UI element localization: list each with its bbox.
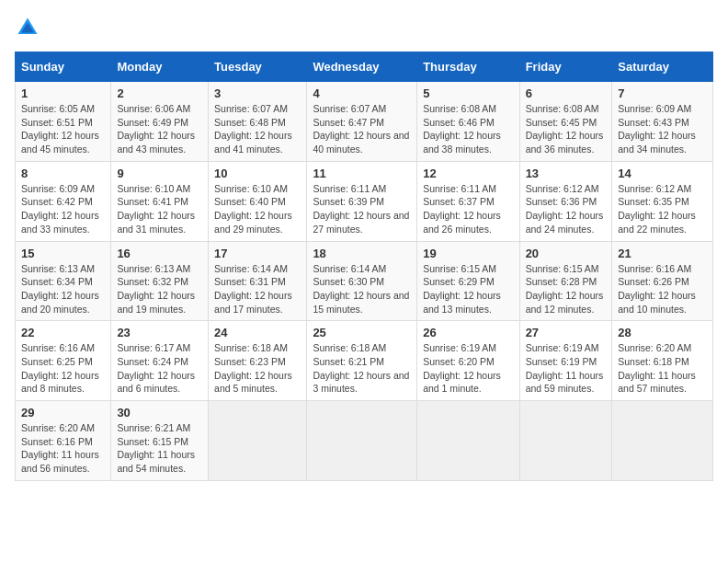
day-number: 20 [526, 247, 607, 260]
week-row: 15Sunrise: 6:13 AMSunset: 6:34 PMDayligh… [16, 241, 713, 321]
calendar-cell [417, 401, 519, 481]
calendar-cell: 4Sunrise: 6:07 AMSunset: 6:47 PMDaylight… [307, 82, 417, 162]
header-sunday: Sunday [16, 52, 111, 82]
day-number: 13 [526, 167, 607, 180]
day-number: 2 [117, 86, 202, 100]
day-info: Sunrise: 6:19 AMSunset: 6:20 PMDaylight:… [423, 341, 513, 396]
day-info: Sunrise: 6:15 AMSunset: 6:29 PMDaylight:… [423, 262, 513, 316]
day-number: 23 [117, 326, 202, 339]
calendar-cell: 9Sunrise: 6:10 AMSunset: 6:41 PMDaylight… [111, 161, 209, 241]
day-info: Sunrise: 6:10 AMSunset: 6:40 PMDaylight:… [214, 182, 301, 236]
day-info: Sunrise: 6:18 AMSunset: 6:23 PMDaylight:… [214, 341, 301, 396]
calendar-cell: 29Sunrise: 6:20 AMSunset: 6:16 PMDayligh… [16, 401, 111, 481]
calendar-cell [307, 401, 417, 481]
calendar-header-row: SundayMondayTuesdayWednesdayThursdayFrid… [16, 52, 713, 82]
calendar-cell: 22Sunrise: 6:16 AMSunset: 6:25 PMDayligh… [16, 321, 111, 401]
logo [15, 15, 44, 40]
day-number: 25 [313, 326, 411, 339]
calendar-cell: 2Sunrise: 6:06 AMSunset: 6:49 PMDaylight… [111, 82, 209, 162]
day-info: Sunrise: 6:21 AMSunset: 6:15 PMDaylight:… [117, 421, 202, 476]
calendar-cell: 13Sunrise: 6:12 AMSunset: 6:36 PMDayligh… [519, 161, 612, 241]
day-number: 7 [618, 86, 707, 100]
calendar-cell [209, 401, 307, 481]
day-info: Sunrise: 6:12 AMSunset: 6:36 PMDaylight:… [526, 182, 607, 236]
day-info: Sunrise: 6:17 AMSunset: 6:24 PMDaylight:… [117, 341, 202, 396]
day-number: 12 [423, 167, 513, 180]
calendar-cell: 11Sunrise: 6:11 AMSunset: 6:39 PMDayligh… [307, 161, 417, 241]
day-info: Sunrise: 6:05 AMSunset: 6:51 PMDaylight:… [21, 102, 105, 156]
calendar-cell: 19Sunrise: 6:15 AMSunset: 6:29 PMDayligh… [417, 241, 519, 321]
calendar-cell: 23Sunrise: 6:17 AMSunset: 6:24 PMDayligh… [111, 321, 209, 401]
calendar-cell: 27Sunrise: 6:19 AMSunset: 6:19 PMDayligh… [519, 321, 612, 401]
calendar-cell: 25Sunrise: 6:18 AMSunset: 6:21 PMDayligh… [307, 321, 417, 401]
day-info: Sunrise: 6:20 AMSunset: 6:18 PMDaylight:… [618, 341, 707, 396]
header-tuesday: Tuesday [209, 52, 307, 82]
day-number: 16 [117, 247, 202, 260]
day-info: Sunrise: 6:16 AMSunset: 6:25 PMDaylight:… [21, 341, 105, 396]
header-thursday: Thursday [417, 52, 519, 82]
day-info: Sunrise: 6:12 AMSunset: 6:35 PMDaylight:… [618, 182, 707, 236]
day-number: 29 [21, 406, 105, 419]
day-number: 8 [21, 167, 105, 180]
day-info: Sunrise: 6:19 AMSunset: 6:19 PMDaylight:… [526, 341, 607, 396]
day-number: 22 [21, 326, 105, 339]
calendar-cell: 1Sunrise: 6:05 AMSunset: 6:51 PMDaylight… [16, 82, 111, 162]
calendar-cell: 26Sunrise: 6:19 AMSunset: 6:20 PMDayligh… [417, 321, 519, 401]
day-number: 5 [423, 86, 513, 100]
day-info: Sunrise: 6:11 AMSunset: 6:37 PMDaylight:… [423, 182, 513, 236]
logo-icon [15, 15, 40, 40]
day-info: Sunrise: 6:13 AMSunset: 6:34 PMDaylight:… [21, 262, 105, 316]
week-row: 22Sunrise: 6:16 AMSunset: 6:25 PMDayligh… [16, 321, 713, 401]
day-number: 10 [214, 167, 301, 180]
day-number: 21 [618, 247, 707, 260]
header-saturday: Saturday [612, 52, 713, 82]
calendar-cell: 15Sunrise: 6:13 AMSunset: 6:34 PMDayligh… [16, 241, 111, 321]
header-friday: Friday [519, 52, 612, 82]
day-number: 17 [214, 247, 301, 260]
calendar-cell: 20Sunrise: 6:15 AMSunset: 6:28 PMDayligh… [519, 241, 612, 321]
day-number: 27 [526, 326, 607, 339]
calendar-cell [612, 401, 713, 481]
day-number: 3 [214, 86, 301, 100]
calendar-cell: 10Sunrise: 6:10 AMSunset: 6:40 PMDayligh… [209, 161, 307, 241]
day-info: Sunrise: 6:06 AMSunset: 6:49 PMDaylight:… [117, 102, 202, 156]
calendar-table: SundayMondayTuesdayWednesdayThursdayFrid… [15, 52, 713, 481]
calendar-cell: 5Sunrise: 6:08 AMSunset: 6:46 PMDaylight… [417, 82, 519, 162]
day-number: 14 [618, 167, 707, 180]
day-number: 28 [618, 326, 707, 339]
day-number: 11 [313, 167, 411, 180]
calendar-cell: 6Sunrise: 6:08 AMSunset: 6:45 PMDaylight… [519, 82, 612, 162]
header-monday: Monday [111, 52, 209, 82]
calendar-cell: 21Sunrise: 6:16 AMSunset: 6:26 PMDayligh… [612, 241, 713, 321]
calendar-cell: 16Sunrise: 6:13 AMSunset: 6:32 PMDayligh… [111, 241, 209, 321]
day-info: Sunrise: 6:18 AMSunset: 6:21 PMDaylight:… [313, 341, 411, 396]
calendar-cell: 30Sunrise: 6:21 AMSunset: 6:15 PMDayligh… [111, 401, 209, 481]
header-wednesday: Wednesday [307, 52, 417, 82]
calendar-cell: 14Sunrise: 6:12 AMSunset: 6:35 PMDayligh… [612, 161, 713, 241]
day-info: Sunrise: 6:14 AMSunset: 6:31 PMDaylight:… [214, 262, 301, 316]
calendar-cell: 17Sunrise: 6:14 AMSunset: 6:31 PMDayligh… [209, 241, 307, 321]
day-number: 4 [313, 86, 411, 100]
header [15, 15, 713, 40]
week-row: 1Sunrise: 6:05 AMSunset: 6:51 PMDaylight… [16, 82, 713, 162]
day-info: Sunrise: 6:10 AMSunset: 6:41 PMDaylight:… [117, 182, 202, 236]
day-number: 1 [21, 86, 105, 100]
calendar-cell [519, 401, 612, 481]
day-info: Sunrise: 6:16 AMSunset: 6:26 PMDaylight:… [618, 262, 707, 316]
day-number: 6 [526, 86, 607, 100]
day-info: Sunrise: 6:14 AMSunset: 6:30 PMDaylight:… [313, 262, 411, 316]
day-info: Sunrise: 6:09 AMSunset: 6:42 PMDaylight:… [21, 182, 105, 236]
calendar-cell: 18Sunrise: 6:14 AMSunset: 6:30 PMDayligh… [307, 241, 417, 321]
calendar-cell: 12Sunrise: 6:11 AMSunset: 6:37 PMDayligh… [417, 161, 519, 241]
week-row: 8Sunrise: 6:09 AMSunset: 6:42 PMDaylight… [16, 161, 713, 241]
day-info: Sunrise: 6:11 AMSunset: 6:39 PMDaylight:… [313, 182, 411, 236]
calendar-cell: 8Sunrise: 6:09 AMSunset: 6:42 PMDaylight… [16, 161, 111, 241]
calendar-cell: 3Sunrise: 6:07 AMSunset: 6:48 PMDaylight… [209, 82, 307, 162]
week-row: 29Sunrise: 6:20 AMSunset: 6:16 PMDayligh… [16, 401, 713, 481]
calendar-cell: 28Sunrise: 6:20 AMSunset: 6:18 PMDayligh… [612, 321, 713, 401]
day-info: Sunrise: 6:07 AMSunset: 6:48 PMDaylight:… [214, 102, 301, 156]
day-info: Sunrise: 6:20 AMSunset: 6:16 PMDaylight:… [21, 421, 105, 476]
day-info: Sunrise: 6:08 AMSunset: 6:45 PMDaylight:… [526, 102, 607, 156]
day-info: Sunrise: 6:13 AMSunset: 6:32 PMDaylight:… [117, 262, 202, 316]
day-number: 30 [117, 406, 202, 419]
